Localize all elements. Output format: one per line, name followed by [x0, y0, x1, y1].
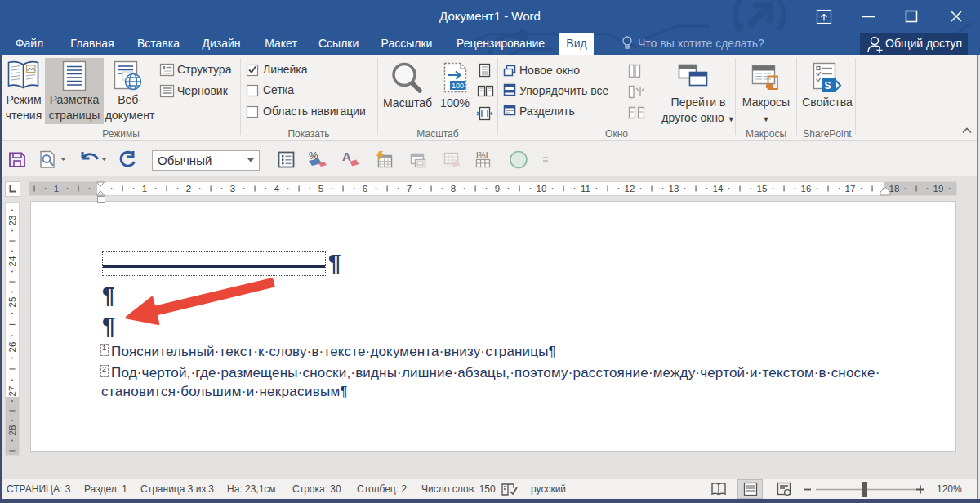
- svg-text:28: 28: [7, 425, 17, 436]
- svg-text:9: 9: [495, 184, 500, 194]
- svg-text:2: 2: [186, 184, 191, 194]
- svg-text:7: 7: [407, 184, 412, 194]
- svg-text:100: 100: [452, 82, 464, 90]
- svg-text:S: S: [824, 80, 831, 91]
- svg-text:5: 5: [318, 184, 323, 194]
- svg-text:25: 25: [7, 297, 17, 308]
- svg-text:16: 16: [801, 184, 812, 194]
- svg-text:8: 8: [451, 184, 456, 194]
- svg-text:14: 14: [713, 184, 724, 194]
- svg-text:Обычный: Обычный: [158, 154, 212, 167]
- svg-text:12: 12: [625, 184, 635, 194]
- svg-text:10: 10: [537, 184, 547, 194]
- svg-text:26: 26: [7, 342, 17, 353]
- svg-text:13: 13: [669, 184, 679, 194]
- svg-text:15: 15: [757, 184, 768, 194]
- svg-text:1: 1: [54, 184, 59, 194]
- svg-text:23: 23: [7, 216, 17, 226]
- svg-text:24: 24: [7, 256, 17, 266]
- svg-text:1: 1: [142, 184, 147, 194]
- svg-text:6: 6: [363, 184, 368, 194]
- svg-text:17: 17: [845, 184, 856, 194]
- svg-text:19: 19: [933, 184, 944, 194]
- svg-text:27: 27: [7, 386, 17, 397]
- svg-text:11: 11: [581, 184, 590, 194]
- svg-text:18: 18: [889, 184, 900, 194]
- svg-text:Ι%Ι: Ι%Ι: [476, 151, 488, 160]
- svg-text:4: 4: [274, 184, 280, 194]
- svg-text:А: А: [342, 149, 351, 163]
- svg-text:3: 3: [230, 184, 235, 194]
